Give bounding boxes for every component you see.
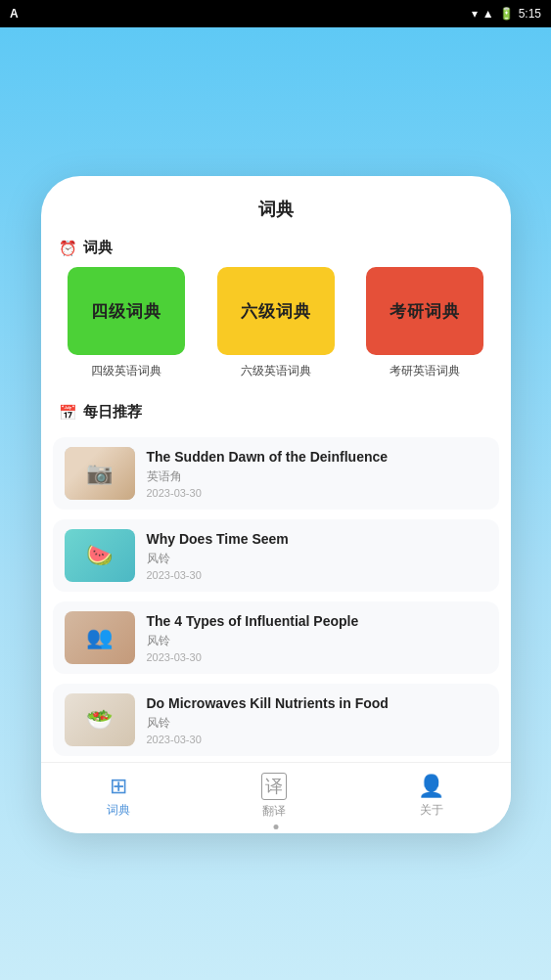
- page-title: 词典: [41, 176, 511, 231]
- article-source: 风铃: [147, 633, 487, 649]
- article-thumb-microwave: [65, 693, 135, 746]
- wifi-icon: ▾: [472, 7, 478, 21]
- nav-label-translate: 翻译: [262, 803, 286, 820]
- calendar-icon: 📅: [59, 404, 77, 422]
- dict-card-label-cet4: 四级英语词典: [91, 363, 161, 379]
- signal-icon: ▲: [482, 7, 494, 21]
- article-title: Do Microwaves Kill Nutrients in Food: [147, 694, 487, 712]
- article-source: 风铃: [147, 551, 487, 567]
- dict-card-image-kaoyan: 考研词典: [366, 267, 483, 355]
- nav-item-about[interactable]: 👤 关于: [418, 774, 444, 819]
- section-label-dictionary: 词典: [83, 239, 113, 257]
- article-info: The Sudden Dawn of the Deinfluence 英语角 2…: [147, 448, 487, 499]
- article-title: The 4 Types of Influential People: [147, 612, 487, 630]
- translate-nav-icon: 译: [261, 773, 287, 800]
- article-source: 英语角: [147, 468, 487, 485]
- section-header-dictionary: ⏰ 词典: [41, 231, 511, 267]
- article-thumb-deinfluence: [65, 447, 135, 500]
- dict-card-image-cet6: 六级词典: [217, 267, 335, 355]
- dict-card-cet4[interactable]: 四级词典 四级英语词典: [57, 267, 197, 379]
- about-nav-icon: 👤: [418, 774, 444, 799]
- dict-card-label-kaoyan: 考研英语词典: [390, 363, 460, 379]
- dict-nav-icon: ⊞: [110, 774, 127, 799]
- article-title: The Sudden Dawn of the Deinfluence: [147, 448, 487, 466]
- article-thumb-time: [65, 529, 135, 582]
- article-item[interactable]: The Sudden Dawn of the Deinfluence 英语角 2…: [53, 437, 499, 510]
- article-date: 2023-03-30: [147, 569, 487, 581]
- status-bar-right: ▾ ▲ 🔋 5:15: [472, 7, 541, 21]
- battery-icon: 🔋: [499, 7, 514, 21]
- article-source: 风铃: [147, 715, 487, 732]
- nav-item-translate[interactable]: 译 翻译: [261, 773, 287, 820]
- article-item[interactable]: The 4 Types of Influential People 风铃 202…: [53, 601, 499, 674]
- dict-card-title-kaoyan: 考研词典: [390, 300, 460, 323]
- status-bar: A ▾ ▲ 🔋 5:15: [0, 0, 551, 27]
- articles-list: The Sudden Dawn of the Deinfluence 英语角 2…: [41, 431, 511, 762]
- section-label-daily: 每日推荐: [83, 403, 142, 422]
- section-header-daily: 📅 每日推荐: [41, 395, 511, 431]
- phone-card: 词典 ⏰ 词典 四级词典 四级英语词典 六级词典 六级英语词典 考研词典 考研英…: [41, 176, 511, 833]
- nav-item-dictionary[interactable]: ⊞ 词典: [107, 774, 130, 819]
- article-thumb-people: [65, 611, 135, 664]
- article-date: 2023-03-30: [147, 651, 487, 663]
- article-info: The 4 Types of Influential People 风铃 202…: [147, 612, 487, 663]
- article-title: Why Does Time Seem: [147, 530, 487, 548]
- dict-card-image-cet4: 四级词典: [68, 267, 185, 355]
- article-info: Do Microwaves Kill Nutrients in Food 风铃 …: [147, 694, 487, 745]
- dict-card-label-cet6: 六级英语词典: [241, 363, 311, 379]
- article-item[interactable]: Why Does Time Seem 风铃 2023-03-30: [53, 519, 499, 592]
- dict-card-title-cet6: 六级词典: [241, 300, 311, 323]
- article-info: Why Does Time Seem 风铃 2023-03-30: [147, 530, 487, 581]
- article-date: 2023-03-30: [147, 487, 487, 499]
- nav-dot-indicator: [273, 824, 278, 829]
- dictionary-cards-row: 四级词典 四级英语词典 六级词典 六级英语词典 考研词典 考研英语词典: [41, 267, 511, 395]
- bottom-nav: ⊞ 词典 译 翻译 👤 关于: [41, 762, 511, 833]
- nav-label-dictionary: 词典: [107, 802, 130, 819]
- dict-card-cet6[interactable]: 六级词典 六级英语词典: [206, 267, 345, 379]
- article-date: 2023-03-30: [147, 734, 487, 745]
- article-item[interactable]: Do Microwaves Kill Nutrients in Food 风铃 …: [53, 684, 499, 756]
- time-display: 5:15: [519, 7, 541, 21]
- status-bar-app-label: A: [10, 7, 19, 21]
- dict-card-kaoyan[interactable]: 考研词典 考研英语词典: [355, 267, 495, 379]
- dict-card-title-cet4: 四级词典: [91, 300, 161, 323]
- nav-label-about: 关于: [420, 802, 443, 819]
- clock-icon: ⏰: [59, 240, 77, 257]
